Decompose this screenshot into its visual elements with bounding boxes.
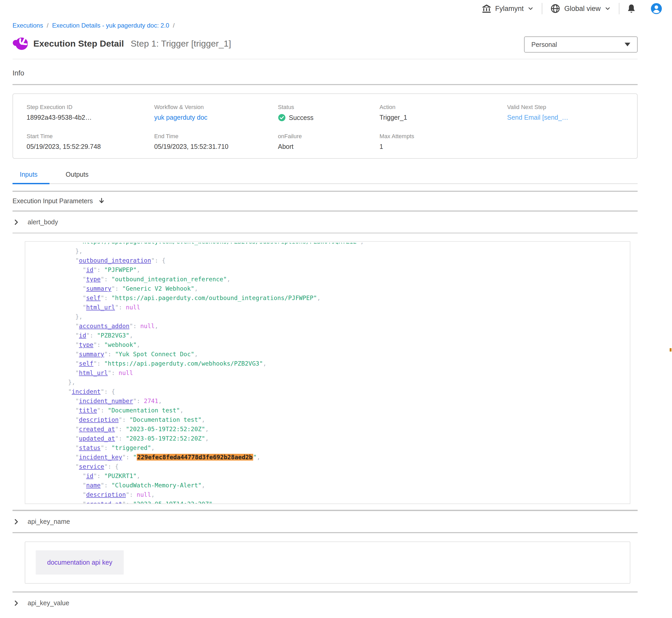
notifications-button[interactable] [619,3,643,14]
field-start-time: Start Time 05/19/2023, 15:52:29.748 [26,133,154,150]
success-check-icon [278,114,286,121]
globe-icon [550,3,561,14]
row-api-key-name[interactable]: api_key_name [12,511,638,532]
api-key-name-card: documentation api key [25,541,630,584]
select-arrow-icon [624,43,630,46]
field-label: Status [278,104,380,111]
field-label: Max Attempts [380,133,507,140]
alert-body-rule [12,233,638,233]
field-value: 18992a43-9538-4b2… [26,114,154,121]
bank-icon [482,4,492,13]
row-api-key-value-label: api_key_value [27,599,69,607]
page-title: Execution Step Detail [33,38,124,49]
org-switcher[interactable]: Fylamynt [474,4,542,13]
chevron-right-icon [12,600,20,607]
field-label: Action [380,104,507,111]
row-api-key-value[interactable]: api_key_value [12,593,638,614]
tab-inputs-label: Inputs [12,171,50,178]
info-section-title: Info [12,69,638,77]
scope-select[interactable]: Personal [524,36,638,53]
chevron-right-icon [12,518,20,525]
field-value: 1 [380,143,507,150]
field-label: Step Execution ID [26,104,154,111]
view-switcher[interactable]: Global view [542,3,619,14]
field-status: Status Success [278,104,380,121]
breadcrumb-link-execution-details[interactable]: Execution Details - yuk pagerduty doc: 2… [52,22,169,29]
info-rule [12,84,638,85]
scrollbar-match-indicator [670,348,671,351]
status-badge: Success [289,114,313,121]
row-alert-body-label: alert_body [27,218,58,226]
bell-icon [626,3,637,14]
field-label: Valid Next Step [507,104,623,111]
avatar [650,2,663,15]
field-valid-next-step: Valid Next Step Send Email [send_… [507,104,623,121]
field-step-execution-id: Step Execution ID 18992a43-9538-4b2… [26,104,154,121]
field-value: Abort [278,143,380,150]
tab-outputs[interactable]: Outputs [66,171,92,184]
field-end-time: End Time 05/19/2023, 15:52:31.710 [154,133,278,150]
field-label: Start Time [26,133,154,140]
breadcrumb-separator: / [47,22,49,29]
field-value: 05/19/2023, 15:52:31.710 [154,143,278,150]
breadcrumb: Executions / Execution Details - yuk pag… [12,22,638,29]
view-label: Global view [564,5,601,13]
field-workflow-version: Workflow & Version yuk pagerduty doc [154,104,278,121]
api-key-name-rule [12,532,638,533]
field-max-attempts: Max Attempts 1 [380,133,507,150]
chevron-down-icon [527,5,534,12]
topbar: Fylamynt Global view [0,0,672,17]
field-label: End Time [154,133,278,140]
field-action: Action Trigger_1 [380,104,507,121]
page-subtitle: Step 1: Trigger [trigger_1] [131,38,231,49]
breadcrumb-separator: / [173,22,175,29]
workflow-logo-icon [12,36,27,51]
breadcrumb-link-executions[interactable]: Executions [12,22,43,29]
params-header-row: Execution Input Parameters [12,192,638,210]
api-key-chip: documentation api key [36,550,124,575]
field-value: 05/19/2023, 15:52:29.748 [26,143,154,150]
header-divider [12,59,638,59]
chevron-right-icon [12,219,20,226]
scope-select-value: Personal [531,41,557,48]
info-card: Step Execution ID 18992a43-9538-4b2… Wor… [12,93,638,159]
chevron-down-icon [604,5,611,12]
workflow-link[interactable]: yuk pagerduty doc [154,114,278,121]
field-label: onFailure [278,133,380,140]
field-value: Trigger_1 [380,114,507,121]
field-label: Workflow & Version [154,104,278,111]
download-icon[interactable] [98,197,105,205]
page-header: Execution Step Detail Step 1: Trigger [t… [12,36,638,53]
org-label: Fylamynt [495,5,524,13]
json-code-box[interactable]: "https://api.pagerduty.com/event_webhook… [25,241,630,504]
field-onfailure: onFailure Abort [278,133,380,150]
row-alert-body[interactable]: alert_body [12,212,638,233]
tab-outputs-label: Outputs [66,171,89,178]
params-header-title: Execution Input Parameters [12,197,93,205]
tab-inputs[interactable]: Inputs [12,171,50,184]
row-api-key-name-label: api_key_name [27,518,70,525]
json-code: "https://api.pagerduty.com/event_webhook… [32,243,624,504]
account-button[interactable] [643,2,665,15]
next-step-link[interactable]: Send Email [send_… [507,114,623,121]
tab-bar: Inputs Outputs [12,171,638,184]
